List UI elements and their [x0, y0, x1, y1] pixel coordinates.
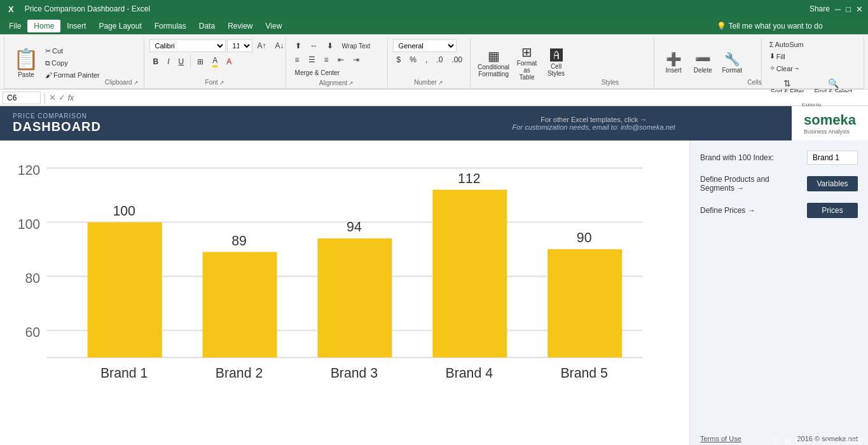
menu-formulas[interactable]: Formulas: [148, 20, 193, 32]
currency-btn[interactable]: $: [393, 53, 405, 66]
decimal-increase-btn[interactable]: .0: [432, 53, 446, 66]
font-divider: [190, 55, 191, 68]
cells-group: ➕ Insert ➖ Delete 🔧 Format Cells: [654, 38, 761, 87]
zoom-slider[interactable]: ────●──: [806, 437, 839, 445]
logo-text-main: someka: [804, 112, 856, 128]
align-right-btn[interactable]: ≡: [320, 53, 333, 66]
formula-function-icon[interactable]: fx: [68, 93, 74, 102]
formula-confirm-icon[interactable]: ✓: [59, 93, 65, 102]
clipboard-expand-icon[interactable]: ↗: [134, 79, 139, 86]
svg-text:89: 89: [231, 233, 247, 249]
bar-brand1: [88, 222, 162, 358]
format-table-btn[interactable]: ⊞ Format as Table: [513, 45, 541, 81]
paste-button[interactable]: 📋 Paste: [12, 43, 40, 83]
excel-logo: X: [5, 3, 17, 15]
indent-increase-btn[interactable]: ⇥: [349, 53, 363, 66]
maximize-btn[interactable]: □: [846, 4, 851, 14]
autosum-btn[interactable]: Σ AutoSum: [767, 39, 806, 50]
italic-btn[interactable]: I: [163, 55, 173, 68]
number-format-select[interactable]: General: [393, 39, 457, 52]
delete-btn[interactable]: ➖ Delete: [689, 45, 717, 81]
bar-chart: 120 100 80 60 100 Brand 1 89 Brand 2: [6, 147, 683, 445]
clear-btn[interactable]: ✧ Clear ~: [767, 63, 802, 74]
page-layout-btn[interactable]: ⊞: [784, 437, 790, 446]
conditional-icon: ▦: [488, 48, 500, 64]
styles-group: ▦ Conditional Formatting ⊞ Format as Tab…: [471, 38, 655, 87]
page-break-btn[interactable]: ⊟: [795, 437, 801, 446]
variables-button[interactable]: Variables: [807, 176, 858, 191]
insert-icon: ➕: [666, 51, 682, 67]
fill-btn[interactable]: ⬇ Fill: [767, 51, 788, 62]
conditional-formatting-btn[interactable]: ▦ Conditional Formatting: [476, 45, 512, 81]
title-bar-left: X Price Comparison Dashboard - Excel: [5, 3, 150, 15]
svg-text:120: 120: [18, 163, 40, 178]
font-family-select[interactable]: Calibri: [149, 39, 226, 52]
font-size-select[interactable]: 11: [227, 39, 252, 52]
indent-decrease-btn[interactable]: ⇤: [334, 53, 348, 66]
align-top-btn[interactable]: ⬆: [291, 39, 305, 52]
menu-insert[interactable]: Insert: [60, 20, 92, 32]
align-bottom-btn[interactable]: ⬇: [323, 39, 337, 52]
svg-text:Brand 1: Brand 1: [100, 366, 148, 381]
decimal-decrease-btn[interactable]: .00: [448, 53, 466, 66]
wrap-text-btn[interactable]: Wrap Text: [338, 39, 375, 52]
menu-review[interactable]: Review: [221, 20, 259, 32]
menu-page-layout[interactable]: Page Layout: [92, 20, 148, 32]
font-grow-btn[interactable]: A↑: [254, 39, 270, 52]
svg-text:Brand 4: Brand 4: [446, 366, 493, 381]
controls-area: Brand with 100 Index: Define Products an…: [690, 140, 868, 445]
menu-home[interactable]: Home: [27, 20, 60, 32]
svg-text:Brand 2: Brand 2: [216, 366, 263, 381]
merge-center-btn[interactable]: Merge & Center: [291, 67, 344, 78]
number-group: General $ % , .0 .00 Number ↗: [388, 38, 471, 87]
insert-btn[interactable]: ➕ Insert: [659, 45, 687, 81]
minimize-btn[interactable]: ─: [835, 4, 841, 14]
font-color-btn[interactable]: A: [223, 55, 235, 68]
comma-btn[interactable]: ,: [422, 53, 431, 66]
search-bar[interactable]: 💡 Tell me what you want to do: [717, 22, 822, 31]
formula-input[interactable]: [76, 92, 865, 104]
status-right: ⊡ ⊞ ⊟ ────●── %100: [773, 437, 863, 446]
format-btn[interactable]: 🔧 Format: [718, 45, 746, 81]
menu-data[interactable]: Data: [193, 20, 221, 32]
svg-text:Brand 3: Brand 3: [331, 366, 378, 381]
border-btn[interactable]: ⊞: [193, 55, 207, 68]
dashboard-info-email: For customization needs, email to: info@…: [513, 123, 675, 131]
align-expand-icon[interactable]: ↗: [348, 80, 354, 86]
font-expand-icon[interactable]: ↗: [219, 79, 224, 86]
cell-styles-btn[interactable]: 🅰 Cell Styles: [542, 45, 570, 81]
dashboard-title-main: DASHBOARD: [13, 120, 383, 134]
menu-bar: File Home Insert Page Layout Formulas Da…: [0, 18, 868, 34]
menu-view[interactable]: View: [259, 20, 289, 32]
ribbon-content: 📋 Paste ✂ Cut ⧉ Copy 🖌 Format Painter Cl…: [4, 37, 864, 89]
dashboard-header: PRICE COMPARISON DASHBOARD For other Exc…: [0, 106, 868, 140]
svg-text:90: 90: [577, 230, 592, 245]
bar-brand3: [317, 238, 392, 357]
bold-btn[interactable]: B: [149, 55, 163, 68]
normal-view-btn[interactable]: ⊡: [773, 437, 779, 446]
format-painter-button[interactable]: 🖌 Format Painter: [43, 70, 102, 80]
percent-btn[interactable]: %: [406, 53, 420, 66]
format-icon: 🔧: [724, 51, 740, 67]
cut-button[interactable]: ✂ Cut: [43, 46, 102, 57]
brand-input[interactable]: [807, 151, 858, 165]
share-button[interactable]: Share: [809, 4, 830, 13]
close-btn[interactable]: ✕: [856, 4, 863, 14]
align-left-btn[interactable]: ≡: [291, 53, 303, 66]
svg-text:100: 100: [113, 203, 135, 219]
align-middle-btn[interactable]: ↔: [307, 39, 322, 52]
fill-color-btn[interactable]: A: [209, 54, 221, 69]
menu-file[interactable]: File: [3, 20, 27, 32]
cell-reference-input[interactable]: [3, 92, 41, 104]
svg-text:Brand 5: Brand 5: [560, 366, 607, 381]
terms-of-use-link[interactable]: Terms of Use: [700, 435, 741, 442]
find-icon: 🔍: [828, 78, 839, 88]
copy-button[interactable]: ⧉ Copy: [43, 58, 102, 69]
prices-button[interactable]: Prices: [807, 203, 858, 218]
underline-btn[interactable]: U: [175, 55, 188, 68]
align-center-btn[interactable]: ☰: [305, 53, 319, 66]
zoom-level: %100: [845, 437, 863, 445]
number-expand-icon[interactable]: ↗: [438, 79, 443, 86]
dashboard-logo-section: someka Business Analysis: [792, 106, 868, 140]
formula-cancel-icon[interactable]: ✕: [49, 93, 56, 102]
